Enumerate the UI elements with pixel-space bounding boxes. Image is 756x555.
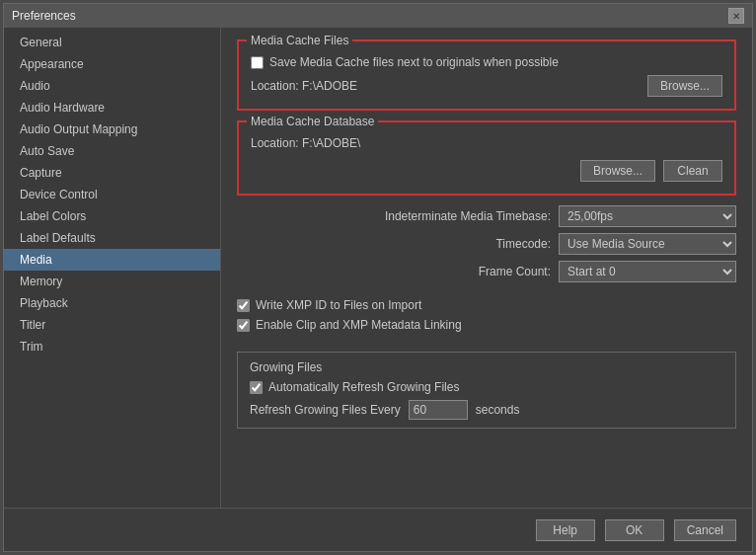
frame-count-label: Frame Count: [373,265,551,278]
timecode-label: Timecode: [373,237,551,251]
growing-files-section: Growing Files Automatically Refresh Grow… [237,352,736,429]
sidebar-item-playback[interactable]: Playback [4,292,220,314]
save-cache-row: Save Media Cache files next to originals… [251,55,722,69]
sidebar-item-capture[interactable]: Capture [4,162,220,184]
checkboxes-section: Write XMP ID to Files on Import Enable C… [237,298,736,338]
write-xmp-checkbox[interactable] [237,299,250,312]
database-browse-button[interactable]: Browse... [580,160,655,182]
save-cache-label: Save Media Cache files next to originals… [269,55,559,69]
media-cache-database-group: Media Cache Database Location: F:\ADOBE\… [237,120,736,196]
cancel-button[interactable]: Cancel [674,519,736,541]
preferences-dialog: Preferences ✕ GeneralAppearanceAudioAudi… [3,3,753,552]
indeterminate-row: Indeterminate Media Timebase: 25,00fps [237,205,736,227]
enable-clip-checkbox[interactable] [237,319,250,332]
cache-location-text: Location: F:\ADOBE [251,79,357,93]
sidebar-item-auto-save[interactable]: Auto Save [4,140,220,162]
sidebar-item-memory[interactable]: Memory [4,271,220,292]
write-xmp-row: Write XMP ID to Files on Import [237,298,736,312]
sidebar-item-appearance[interactable]: Appearance [4,53,220,75]
sidebar-item-audio-output-mapping[interactable]: Audio Output Mapping [4,119,220,140]
database-buttons-row: Browse... Clean [251,160,722,182]
media-cache-database-title: Media Cache Database [247,115,378,128]
sidebar-item-audio[interactable]: Audio [4,75,220,97]
title-bar: Preferences ✕ [4,4,752,28]
write-xmp-label: Write XMP ID to Files on Import [256,298,421,312]
database-clean-button[interactable]: Clean [663,160,722,182]
refresh-every-label: Refresh Growing Files Every [250,403,401,417]
refresh-every-input[interactable] [409,400,468,420]
sidebar-item-titler[interactable]: Titler [4,314,220,336]
frame-count-select[interactable]: Start at 0 [559,261,736,282]
enable-clip-label: Enable Clip and XMP Metadata Linking [256,318,462,332]
growing-files-title: Growing Files [250,360,723,374]
cache-browse-button[interactable]: Browse... [647,75,722,97]
indeterminate-label: Indeterminate Media Timebase: [373,209,551,223]
sidebar-item-media[interactable]: Media [4,249,220,271]
form-fields-section: Indeterminate Media Timebase: 25,00fps T… [237,205,736,288]
sidebar: GeneralAppearanceAudioAudio HardwareAudi… [4,28,221,508]
database-location-text: Location: F:\ADOBE\ [251,136,360,150]
seconds-label: seconds [476,403,520,417]
ok-button[interactable]: OK [605,519,664,541]
auto-refresh-checkbox[interactable] [250,381,263,394]
frame-count-row: Frame Count: Start at 0 [237,261,736,282]
main-panel: Media Cache Files Save Media Cache files… [221,28,752,508]
media-cache-files-group: Media Cache Files Save Media Cache files… [237,40,736,111]
sidebar-item-label-defaults[interactable]: Label Defaults [4,227,220,249]
indeterminate-select[interactable]: 25,00fps [559,205,736,227]
sidebar-item-audio-hardware[interactable]: Audio Hardware [4,97,220,119]
auto-refresh-label: Automatically Refresh Growing Files [268,380,459,394]
footer: Help OK Cancel [4,508,752,551]
enable-clip-row: Enable Clip and XMP Metadata Linking [237,318,736,332]
timecode-select[interactable]: Use Media Source [559,233,736,255]
sidebar-item-device-control[interactable]: Device Control [4,184,220,205]
dialog-title: Preferences [12,9,76,23]
auto-refresh-row: Automatically Refresh Growing Files [250,380,723,394]
save-cache-checkbox[interactable] [251,56,264,69]
refresh-every-row: Refresh Growing Files Every seconds [250,400,723,420]
sidebar-item-trim[interactable]: Trim [4,336,220,357]
close-button[interactable]: ✕ [728,8,744,24]
timecode-row: Timecode: Use Media Source [237,233,736,255]
sidebar-item-label-colors[interactable]: Label Colors [4,205,220,227]
sidebar-item-general[interactable]: General [4,32,220,53]
media-cache-files-title: Media Cache Files [247,34,352,47]
help-button[interactable]: Help [536,519,595,541]
cache-location-row: Location: F:\ADOBE Browse... [251,75,722,97]
